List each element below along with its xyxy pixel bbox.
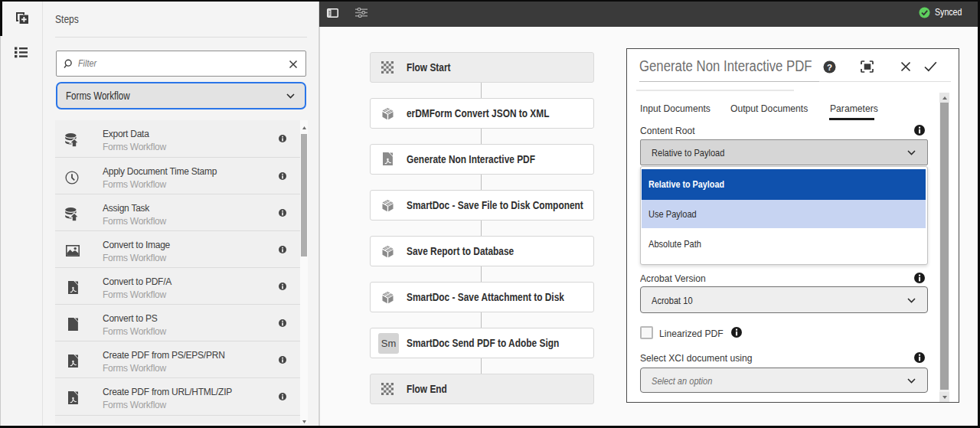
- svg-text:?: ?: [827, 63, 832, 72]
